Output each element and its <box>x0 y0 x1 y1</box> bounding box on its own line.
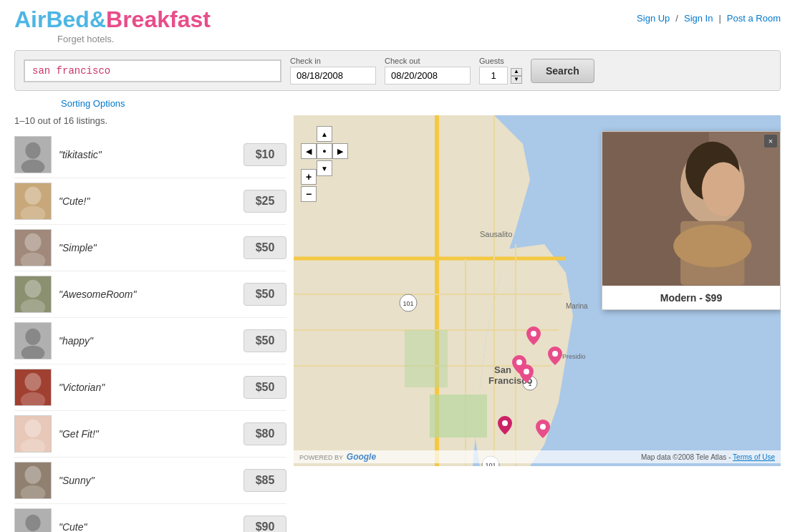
logo-breakfast: Breakfast <box>106 6 211 32</box>
logo-text: AirBed&Breakfast <box>14 7 211 32</box>
terms-of-use-link[interactable]: Terms of Use <box>733 453 775 461</box>
guests-down[interactable]: ▼ <box>511 76 522 84</box>
checkout-group: Check out <box>385 57 471 84</box>
svg-point-19 <box>24 420 41 437</box>
listing-item[interactable]: "happy"$50 <box>14 318 286 364</box>
listing-thumb <box>14 462 52 499</box>
listing-thumb <box>14 415 52 453</box>
listing-item[interactable]: "Cute!"$25 <box>14 178 286 225</box>
listing-name: "Cute!" <box>52 195 244 207</box>
listing-item[interactable]: "Get Fit!"$80 <box>14 411 286 458</box>
svg-point-22 <box>24 466 41 484</box>
zoom-out-btn[interactable]: − <box>301 186 317 202</box>
map-area: ▲ ◀ ● ▶ ▼ + − <box>294 115 781 466</box>
zoom-controls: + − <box>301 169 317 202</box>
svg-text:★: ★ <box>524 369 529 376</box>
listing-thumb <box>14 276 52 313</box>
map-pin-1[interactable]: ★ <box>526 327 541 345</box>
pan-left-btn[interactable]: ◀ <box>301 143 317 159</box>
pan-down-btn[interactable]: ▼ <box>317 160 332 176</box>
pan-up-btn[interactable]: ▲ <box>317 126 332 142</box>
guests-up[interactable]: ▲ <box>511 68 522 76</box>
listing-item[interactable]: "tikitastic"$10 <box>14 132 286 178</box>
map-data-text: Map data ©2008 Tele Atlas - Terms of Use <box>641 453 775 461</box>
nav-separator1: / <box>675 13 678 24</box>
map-popup-label: Modern - $99 <box>602 286 780 309</box>
listing-item[interactable]: "Victorian"$50 <box>14 364 286 411</box>
sorting-options: Sorting Options <box>61 97 781 110</box>
post-room-link[interactable]: Post a Room <box>727 13 781 24</box>
guests-input[interactable] <box>479 67 508 84</box>
svg-point-71 <box>702 163 745 216</box>
listing-name: "Cute" <box>52 521 244 532</box>
listing-name: "happy" <box>52 335 244 347</box>
svg-text:★: ★ <box>531 332 536 338</box>
checkout-input[interactable] <box>385 67 471 84</box>
listing-item[interactable]: "Cute"$90 <box>14 504 286 532</box>
map-popup-image <box>602 132 780 286</box>
svg-point-4 <box>24 187 41 205</box>
signup-link[interactable]: Sign Up <box>637 13 670 24</box>
logo-ampersand: & <box>90 6 106 32</box>
svg-point-13 <box>25 329 40 345</box>
logo-airbed: AirBed <box>14 6 90 32</box>
listings-panel: 1–10 out of 16 listings. "tikitastic"$10… <box>14 115 286 532</box>
zoom-in-btn[interactable]: + <box>301 169 317 185</box>
map-popup: × Modern - $99 <box>602 131 781 310</box>
pan-center-btn[interactable]: ● <box>317 143 332 159</box>
checkout-label: Check out <box>385 57 471 65</box>
map-pin-4[interactable]: ★ <box>519 364 534 383</box>
listing-price: $10 <box>244 143 286 166</box>
listing-price: $25 <box>244 190 286 213</box>
listing-name: "Simple" <box>52 242 244 253</box>
signin-link[interactable]: Sign In <box>684 13 713 24</box>
listing-item[interactable]: "Simple"$50 <box>14 225 286 271</box>
listing-price: $50 <box>244 236 286 259</box>
listing-name: "Victorian" <box>52 382 244 393</box>
listing-thumb <box>14 369 52 406</box>
svg-text:★: ★ <box>503 421 508 427</box>
listing-thumb <box>14 229 52 266</box>
map-pin-2[interactable]: ★ <box>548 347 562 365</box>
logo-area: AirBed&Breakfast Forget hotels. <box>14 7 211 44</box>
listing-item[interactable]: "Sunny"$85 <box>14 458 286 504</box>
checkin-input[interactable] <box>290 67 376 84</box>
checkin-group: Check in <box>290 57 376 84</box>
listing-price: $50 <box>244 283 286 306</box>
svg-point-16 <box>24 373 41 391</box>
map-pin-5-active[interactable]: ★ <box>498 416 512 435</box>
svg-point-10 <box>24 280 41 298</box>
location-input[interactable] <box>24 59 281 82</box>
google-text: Google <box>347 452 376 462</box>
checkin-label: Check in <box>290 57 376 65</box>
map-powered-by: POWERED BY Google <box>299 452 376 462</box>
listing-thumb <box>14 322 52 359</box>
search-button[interactable]: Search <box>531 59 594 83</box>
svg-point-7 <box>24 233 41 251</box>
svg-point-25 <box>25 515 40 531</box>
listing-price: $90 <box>244 516 286 532</box>
svg-point-72 <box>673 225 751 268</box>
listing-thumb <box>14 136 52 173</box>
logo-tagline: Forget hotels. <box>57 34 211 44</box>
nav-separator2: | <box>718 13 721 24</box>
listing-price: $50 <box>244 329 286 352</box>
guests-wrapper: ▲ ▼ <box>479 67 522 84</box>
listing-name: "AwesomeRoom" <box>52 289 244 300</box>
header-nav: Sign Up / Sign In | Post a Room <box>637 7 781 24</box>
map-popup-close-btn[interactable]: × <box>764 135 777 147</box>
listing-price: $85 <box>244 469 286 492</box>
guests-spinner: ▲ ▼ <box>511 68 522 84</box>
listing-item[interactable]: "AwesomeRoom"$50 <box>14 271 286 318</box>
map-data-label: Map data ©2008 Tele Atlas - <box>641 453 731 461</box>
map-pin-6[interactable]: ★ <box>536 420 550 438</box>
listing-name: "Sunny" <box>52 475 244 486</box>
pan-row: ◀ ● ▶ <box>301 143 348 159</box>
listing-name: "Get Fit!" <box>52 428 244 440</box>
listings-count: 1–10 out of 16 listings. <box>14 115 286 126</box>
pan-right-btn[interactable]: ▶ <box>332 143 348 159</box>
listing-price: $80 <box>244 422 286 445</box>
header: AirBed&Breakfast Forget hotels. Sign Up … <box>0 0 795 44</box>
sorting-options-link[interactable]: Sorting Options <box>61 98 125 109</box>
map-attribution: POWERED BY Google Map data ©2008 Tele At… <box>294 450 781 463</box>
